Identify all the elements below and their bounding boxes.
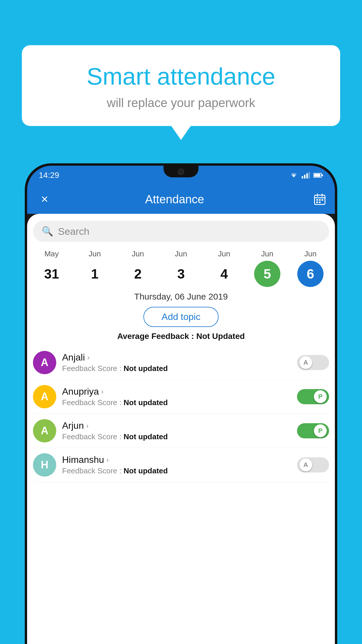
svg-rect-2 [306, 173, 308, 178]
phone-inner: 14:29 [27, 166, 335, 644]
cal-month-label: Jun [132, 249, 144, 258]
avg-feedback: Average Feedback : Not Updated [27, 332, 335, 346]
feedback-score: Feedback Score : Not updated [62, 432, 291, 441]
student-name: Anupriya › [62, 386, 291, 397]
student-info: Himanshu ›Feedback Score : Not updated [62, 454, 291, 475]
student-info: Arjun ›Feedback Score : Not updated [62, 420, 291, 441]
add-topic-button[interactable]: Add topic [143, 307, 218, 327]
avatar: A [33, 385, 56, 408]
cal-day-number[interactable]: 6 [297, 261, 324, 287]
svg-rect-1 [304, 175, 305, 178]
phone-notch [164, 166, 198, 177]
speech-bubble-container: Smart attendance will replace your paper… [22, 45, 340, 126]
app-bar: × Attendance [27, 185, 335, 214]
cal-day-number[interactable]: 2 [125, 261, 151, 287]
student-item[interactable]: AArjun ›Feedback Score : Not updatedP [33, 414, 329, 448]
svg-rect-6 [322, 174, 323, 176]
toggle-knob: A [299, 459, 312, 471]
cal-day-number[interactable]: 3 [168, 261, 194, 287]
student-item[interactable]: AAnjali ›Feedback Score : Not updatedA [33, 346, 329, 380]
chevron-icon: › [101, 388, 103, 396]
cal-month-label: Jun [218, 249, 230, 258]
student-item[interactable]: HHimanshu ›Feedback Score : Not updatedA [33, 448, 329, 482]
feedback-score: Feedback Score : Not updated [62, 364, 291, 373]
calendar-day[interactable]: Jun2 [122, 249, 154, 287]
avatar: A [33, 419, 56, 442]
student-name: Anjali › [62, 352, 291, 363]
toggle-switch[interactable]: A [297, 355, 329, 370]
app-title: Attendance [53, 193, 296, 206]
avg-feedback-label: Average Feedback : [117, 332, 196, 341]
cal-day-number[interactable]: 31 [38, 261, 65, 287]
calendar-day[interactable]: May31 [36, 249, 68, 287]
bubble-subtitle: will replace your paperwork [39, 96, 323, 110]
wifi-icon [289, 172, 298, 178]
chevron-icon: › [87, 354, 89, 362]
chevron-icon: › [86, 422, 89, 430]
calendar-day[interactable]: Jun5 [251, 249, 283, 287]
calendar-day[interactable]: Jun6 [294, 249, 326, 287]
status-icons [289, 172, 323, 178]
avatar: H [33, 453, 56, 477]
calendar-day[interactable]: Jun4 [208, 249, 240, 287]
screen-content: 🔍 Search May31Jun1Jun2Jun3Jun4Jun5Jun6 T… [27, 214, 335, 644]
toggle-knob: P [314, 424, 327, 437]
feedback-score: Feedback Score : Not updated [62, 466, 291, 475]
cal-day-number[interactable]: 1 [82, 261, 108, 287]
svg-rect-14 [316, 202, 318, 203]
status-time: 14:29 [39, 171, 59, 180]
toggle-knob: A [299, 356, 312, 369]
student-item[interactable]: AAnupriya ›Feedback Score : Not updatedP [33, 380, 329, 414]
phone-frame: 14:29 [25, 163, 337, 644]
calendar-day[interactable]: Jun3 [165, 249, 197, 287]
student-info: Anupriya ›Feedback Score : Not updated [62, 386, 291, 407]
svg-rect-3 [308, 172, 310, 178]
svg-rect-13 [321, 199, 323, 201]
cal-day-number[interactable]: 4 [211, 261, 237, 287]
svg-rect-15 [319, 202, 321, 203]
attendance-toggle[interactable]: A [297, 355, 329, 370]
search-icon: 🔍 [42, 226, 53, 237]
toggle-switch[interactable]: A [297, 457, 329, 473]
student-list: AAnjali ›Feedback Score : Not updatedAAA… [27, 346, 335, 482]
feedback-score: Feedback Score : Not updated [62, 398, 291, 407]
toggle-switch[interactable]: P [297, 389, 329, 404]
attendance-toggle[interactable]: A [297, 457, 329, 473]
cal-day-number[interactable]: 5 [254, 261, 280, 287]
cal-month-label: Jun [304, 249, 317, 258]
attendance-toggle[interactable]: P [297, 423, 329, 438]
svg-rect-11 [316, 199, 318, 201]
svg-rect-12 [319, 199, 321, 201]
cal-month-label: Jun [261, 249, 273, 258]
search-bar[interactable]: 🔍 Search [33, 221, 329, 242]
cal-month-label: Jun [89, 249, 101, 258]
battery-icon [313, 172, 323, 178]
cal-month-label: May [44, 249, 59, 258]
svg-rect-0 [302, 176, 303, 178]
toggle-knob: P [314, 390, 327, 403]
svg-rect-5 [314, 174, 320, 177]
speech-bubble: Smart attendance will replace your paper… [22, 45, 340, 126]
student-name: Himanshu › [62, 454, 291, 465]
avatar: A [33, 351, 56, 374]
bubble-title: Smart attendance [39, 63, 323, 90]
attendance-toggle[interactable]: P [297, 389, 329, 404]
chevron-icon: › [106, 456, 109, 464]
cal-month-label: Jun [175, 249, 187, 258]
selected-date: Thursday, 06 June 2019 [27, 287, 335, 304]
front-camera [178, 169, 184, 175]
calendar-day[interactable]: Jun1 [79, 249, 111, 287]
close-button[interactable]: × [36, 192, 53, 206]
toggle-switch[interactable]: P [297, 423, 329, 438]
calendar-strip: May31Jun1Jun2Jun3Jun4Jun5Jun6 [27, 246, 335, 287]
avg-feedback-value: Not Updated [196, 332, 245, 341]
student-name: Arjun › [62, 420, 291, 431]
calendar-icon[interactable] [313, 193, 326, 206]
search-placeholder: Search [58, 226, 89, 237]
signal-icon [302, 172, 310, 178]
student-info: Anjali ›Feedback Score : Not updated [62, 352, 291, 373]
